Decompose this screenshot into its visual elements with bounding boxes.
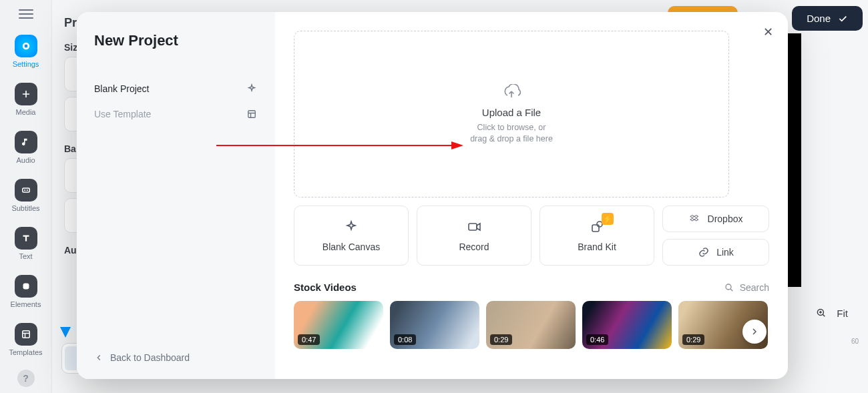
tool-rail: Settings Media Audio Subtitles Text Elem… (0, 0, 52, 393)
thumb-duration: 0:08 (394, 334, 416, 345)
modal-sidebar: New Project Blank Project Use Template B… (77, 12, 275, 379)
modal-item-blank-project[interactable]: Blank Project (94, 76, 258, 101)
rail-subtitles[interactable]: Subtitles (0, 175, 51, 216)
bolt-badge-icon: ⚡ (602, 213, 614, 225)
rail-label: Media (16, 108, 36, 116)
sparkle-icon (343, 219, 359, 235)
thumbs-next-button[interactable] (742, 320, 767, 344)
sparkle-icon (246, 83, 258, 95)
card-label: Dropbox (708, 214, 743, 224)
svg-point-1 (24, 45, 27, 48)
chevron-left-icon (94, 353, 103, 362)
rail-label: Templates (9, 348, 42, 356)
svg-rect-3 (23, 284, 29, 290)
card-link[interactable]: Link (662, 239, 769, 266)
done-button[interactable]: Done (792, 6, 863, 31)
stock-search-label: Search (740, 282, 769, 293)
fit-label: Fit (837, 308, 848, 319)
stock-thumb[interactable]: 0:08 (390, 301, 479, 349)
svg-rect-4 (22, 331, 29, 338)
modal-content: ✕ Upload a File Click to browse, ordrag … (275, 12, 788, 379)
rail-elements[interactable]: Elements (0, 271, 51, 312)
subtitles-icon (15, 179, 37, 202)
card-label: Blank Canvas (322, 242, 380, 252)
card-record[interactable]: Record (417, 206, 531, 266)
stock-title: Stock Videos (294, 282, 357, 293)
rail-media[interactable]: Media (0, 79, 51, 120)
card-brand-kit[interactable]: ⚡ Brand Kit (539, 206, 654, 266)
modal-item-use-template[interactable]: Use Template (94, 101, 258, 127)
rail-settings[interactable]: Settings (0, 31, 51, 72)
svg-rect-6 (248, 111, 256, 118)
modal-item-label: Use Template (94, 109, 151, 119)
plus-icon (15, 83, 37, 105)
link-icon (698, 246, 710, 258)
upload-title: Upload a File (482, 107, 541, 118)
done-label: Done (807, 13, 831, 24)
template-icon (246, 108, 258, 120)
zoom-in-icon (815, 307, 827, 319)
stock-thumb[interactable]: 0:47 (294, 301, 383, 349)
stock-thumb[interactable]: 0:46 (582, 301, 672, 349)
rail-label: Elements (11, 300, 41, 308)
back-label: Back to Dashboard (110, 352, 190, 363)
svg-rect-2 (22, 188, 29, 192)
hamburger-icon[interactable] (19, 9, 33, 19)
rail-label: Subtitles (11, 204, 39, 212)
card-label: Record (459, 242, 489, 252)
timeline-end-tick: 60 (851, 338, 859, 345)
new-project-modal: New Project Blank Project Use Template B… (77, 12, 788, 379)
rail-text[interactable]: Text (0, 223, 51, 264)
stock-thumbs: 0:47 0:08 0:29 0:46 0:29 (294, 301, 769, 349)
check-icon (837, 13, 848, 24)
camera-icon (466, 219, 482, 235)
upload-icon (501, 84, 521, 103)
stock-thumb[interactable]: 0:29 (486, 301, 576, 349)
thumb-duration: 0:29 (490, 334, 512, 345)
help-icon[interactable]: ? (17, 370, 35, 387)
card-label: Brand Kit (578, 242, 616, 252)
text-icon (15, 227, 37, 250)
music-note-icon (15, 131, 37, 153)
svg-point-10 (726, 284, 731, 290)
fit-control[interactable]: Fit (815, 307, 848, 319)
close-icon[interactable]: ✕ (760, 24, 776, 40)
search-icon (724, 282, 734, 293)
templates-icon (15, 323, 37, 346)
elements-icon (15, 275, 37, 298)
modal-title: New Project (94, 32, 258, 49)
modal-item-label: Blank Project (94, 83, 149, 94)
thumb-duration: 0:47 (298, 334, 320, 345)
thumb-duration: 0:29 (682, 334, 704, 345)
card-dropbox[interactable]: Dropbox (662, 206, 769, 232)
chevron-right-icon (749, 326, 760, 337)
dropbox-icon (689, 213, 701, 225)
settings-icon (15, 35, 37, 57)
upload-subtitle: Click to browse, ordrag & drop a file he… (470, 122, 553, 145)
svg-rect-7 (469, 224, 477, 230)
upload-dropzone[interactable]: Upload a File Click to browse, ordrag & … (294, 31, 729, 198)
stock-search[interactable]: Search (724, 282, 769, 293)
rail-label: Text (19, 252, 32, 260)
back-to-dashboard[interactable]: Back to Dashboard (94, 352, 190, 363)
rail-templates[interactable]: Templates (0, 319, 51, 360)
card-label: Link (716, 247, 734, 258)
rail-label: Audio (16, 156, 35, 164)
playhead[interactable] (60, 327, 71, 338)
rail-label: Settings (13, 60, 39, 68)
thumb-duration: 0:46 (586, 334, 608, 345)
card-blank-canvas[interactable]: Blank Canvas (294, 206, 409, 266)
rail-audio[interactable]: Audio (0, 127, 51, 168)
